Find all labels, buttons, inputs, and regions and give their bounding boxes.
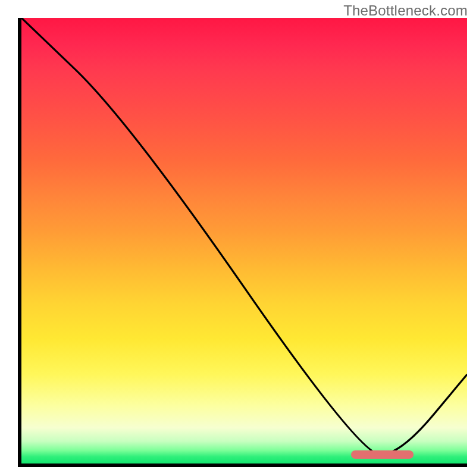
watermark-text: TheBottleneck.com <box>343 2 468 19</box>
bottleneck-curve <box>21 18 467 464</box>
plot-area <box>21 18 467 464</box>
chart-container: TheBottleneck.com <box>0 0 476 476</box>
optimal-range-marker <box>351 450 414 459</box>
